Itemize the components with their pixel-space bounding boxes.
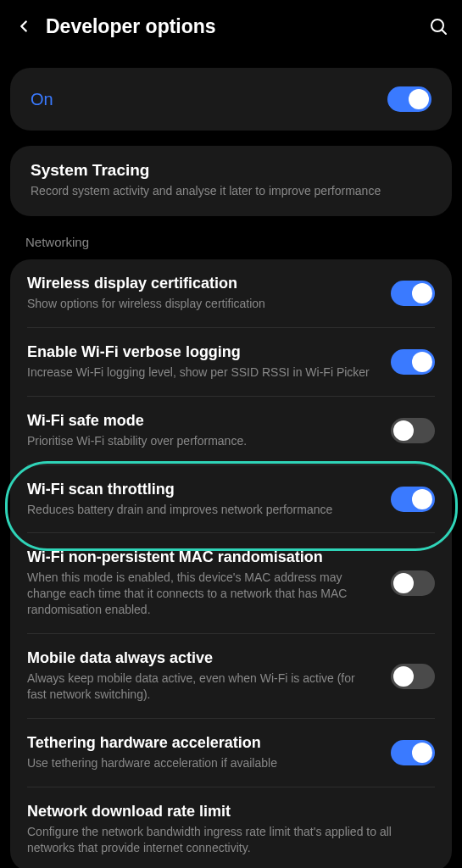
row-title: Wi-Fi scan throttling (27, 481, 374, 498)
master-toggle-card: On (10, 68, 452, 131)
content: On System Tracing Record system activity… (0, 68, 462, 868)
list-item-text: Wireless display certification Show opti… (27, 275, 374, 312)
row-desc: Prioritise Wi-Fi stability over performa… (27, 433, 374, 449)
wifi-mac-random-row[interactable]: Wi-Fi non-persistent MAC randomisation W… (27, 532, 435, 633)
list-item-text: Tethering hardware acceleration Use teth… (27, 734, 374, 771)
page-title: Developer options (46, 15, 426, 38)
wifi-verbose-logging-toggle[interactable] (391, 349, 435, 375)
row-desc: Always keep mobile data active, even whe… (27, 670, 374, 703)
wifi-safe-mode-toggle[interactable] (391, 418, 435, 443)
tethering-accel-row[interactable]: Tethering hardware acceleration Use teth… (27, 718, 435, 787)
toggle-knob (393, 420, 414, 441)
row-title: Wireless display certification (27, 275, 374, 292)
row-desc: Reduces battery drain and improves netwo… (27, 502, 374, 518)
row-desc: When this mode is enabled, this device's… (27, 570, 374, 618)
list-item-text: Enable Wi-Fi verbose logging Increase Wi… (27, 343, 374, 381)
system-tracing-item[interactable]: System Tracing Record system activity an… (10, 146, 452, 216)
networking-section-label: Networking (10, 216, 452, 259)
row-title: Network download rate limit (27, 803, 435, 821)
wifi-mac-random-toggle[interactable] (391, 570, 435, 596)
list-item-text: Wi-Fi non-persistent MAC randomisation W… (27, 548, 374, 618)
back-button[interactable] (12, 17, 36, 36)
toggle-knob (412, 743, 432, 763)
wifi-safe-mode-row[interactable]: Wi-Fi safe mode Prioritise Wi-Fi stabili… (27, 396, 435, 465)
system-tracing-desc: Record system activity and analyse it la… (31, 183, 431, 199)
list-item-text: Wi-Fi safe mode Prioritise Wi-Fi stabili… (27, 412, 374, 449)
networking-list: Wireless display certification Show opti… (10, 259, 452, 868)
toggle-knob (412, 283, 432, 303)
header: Developer options (0, 0, 462, 53)
row-desc: Configure the network bandwidth ingress … (27, 824, 435, 856)
wireless-display-cert-toggle[interactable] (391, 281, 435, 306)
search-button[interactable] (426, 16, 450, 36)
list-item-text: Wi-Fi scan throttling Reduces battery dr… (27, 481, 374, 518)
row-title: Tethering hardware acceleration (27, 734, 374, 752)
master-toggle-row[interactable]: On (10, 68, 452, 131)
toggle-knob (393, 666, 414, 687)
wireless-display-cert-row[interactable]: Wireless display certification Show opti… (10, 259, 452, 327)
svg-line-1 (443, 31, 447, 35)
toggle-knob (412, 352, 432, 372)
master-toggle[interactable] (387, 86, 431, 112)
row-desc: Show options for wireless display certif… (27, 296, 374, 312)
master-toggle-label: On (31, 90, 53, 109)
search-icon (428, 16, 448, 36)
wifi-scan-throttle-toggle[interactable] (391, 487, 435, 512)
toggle-knob (412, 489, 432, 509)
tethering-accel-toggle[interactable] (391, 740, 435, 765)
row-desc: Increase Wi-Fi logging level, show per S… (27, 364, 374, 381)
mobile-data-active-row[interactable]: Mobile data always active Always keep mo… (27, 633, 435, 718)
list-item-text: Mobile data always active Always keep mo… (27, 649, 374, 703)
row-title: Enable Wi-Fi verbose logging (27, 343, 374, 361)
toggle-knob (393, 573, 414, 593)
toggle-knob (409, 89, 429, 109)
row-title: Mobile data always active (27, 649, 374, 667)
wifi-verbose-logging-row[interactable]: Enable Wi-Fi verbose logging Increase Wi… (27, 327, 435, 396)
system-tracing-title: System Tracing (31, 161, 431, 180)
mobile-data-active-toggle[interactable] (391, 664, 435, 689)
network-rate-limit-row[interactable]: Network download rate limit Configure th… (27, 787, 435, 868)
wifi-scan-throttle-row[interactable]: Wi-Fi scan throttling Reduces battery dr… (27, 465, 435, 533)
system-tracing-card: System Tracing Record system activity an… (10, 146, 452, 216)
chevron-left-icon (14, 17, 33, 36)
list-item-text: Network download rate limit Configure th… (27, 803, 435, 856)
row-title: Wi-Fi safe mode (27, 412, 374, 430)
row-desc: Use tethering hardware acceleration if a… (27, 755, 374, 771)
row-title: Wi-Fi non-persistent MAC randomisation (27, 548, 374, 566)
